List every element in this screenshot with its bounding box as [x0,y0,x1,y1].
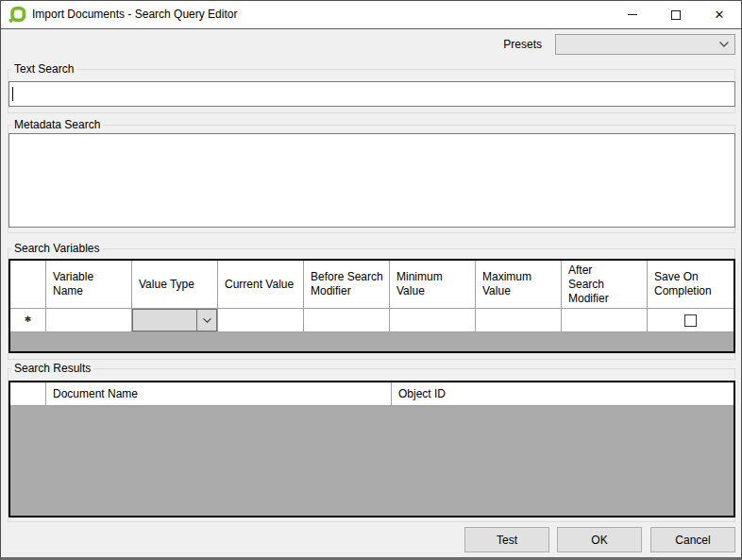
test-button[interactable]: Test [464,527,549,552]
asterisk-icon: ✱ [25,314,32,325]
new-row-marker: ✱ [10,309,46,332]
variable-name-cell[interactable] [46,309,132,332]
save-on-completion-cell[interactable] [648,309,734,332]
cancel-button[interactable]: Cancel [650,527,735,552]
text-search-group-label: Text Search [11,62,76,76]
minimize-button[interactable] [611,1,654,28]
chevron-down-icon [196,310,216,331]
presets-dropdown[interactable] [555,34,735,55]
text-cursor [12,87,13,101]
value-type-dropdown-value [133,310,196,331]
new-variable-row: ✱ [10,309,734,332]
value-type-dropdown[interactable] [132,309,217,331]
column-header-maximum-value[interactable]: Maximum Value [476,261,562,309]
column-header-value-type[interactable]: Value Type [132,261,218,309]
after-search-modifier-cell[interactable] [562,309,648,332]
save-on-completion-checkbox[interactable] [684,314,697,327]
maximize-button[interactable] [654,1,698,28]
ok-button-label: OK [591,534,607,547]
column-header-variable-name[interactable]: Variable Name [46,261,132,309]
minimum-value-cell[interactable] [390,309,476,332]
presets-label: Presets [503,38,542,51]
maximize-icon [671,10,681,20]
row-header-cell [10,382,46,406]
maximum-value-cell[interactable] [476,309,562,332]
metadata-search-textarea[interactable] [8,133,735,228]
window-title: Import Documents - Search Query Editor [32,1,237,29]
metadata-search-group-label: Metadata Search [11,118,103,131]
minimize-icon [628,14,637,15]
chevron-down-icon [714,41,734,48]
window-controls: ✕ [611,1,741,28]
search-variables-group-label: Search Variables [11,242,103,255]
column-header-document-name[interactable]: Document Name [46,382,392,406]
before-search-modifier-cell[interactable] [304,309,390,332]
ok-button[interactable]: OK [557,527,642,552]
search-results-group-label: Search Results [11,362,93,375]
test-button-label: Test [497,534,517,547]
cancel-button-label: Cancel [675,534,710,547]
search-variables-grid: Variable Name Value Type Current Value B… [8,259,735,353]
close-button[interactable]: ✕ [698,1,741,28]
row-header-cell [10,261,46,309]
text-search-input[interactable] [8,81,735,107]
title-bar[interactable]: Import Documents - Search Query Editor ✕ [1,1,741,29]
column-header-current-value[interactable]: Current Value [218,261,304,309]
app-logo-icon [8,7,25,24]
close-icon: ✕ [715,8,725,21]
search-variables-header-row: Variable Name Value Type Current Value B… [10,261,734,309]
column-header-save-on-completion[interactable]: Save On Completion [648,261,734,309]
search-results-header-row: Document Name Object ID [10,382,734,406]
import-documents-dialog: Import Documents - Search Query Editor ✕… [0,0,742,560]
search-results-grid: Document Name Object ID [8,381,735,518]
value-type-cell[interactable] [132,309,218,332]
column-header-object-id[interactable]: Object ID [392,382,734,406]
column-header-before-search-modifier[interactable]: Before Search Modifier [304,261,390,309]
current-value-cell[interactable] [218,309,304,332]
column-header-minimum-value[interactable]: Minimum Value [390,261,476,309]
column-header-after-search-modifier[interactable]: After Search Modifier [562,261,648,309]
